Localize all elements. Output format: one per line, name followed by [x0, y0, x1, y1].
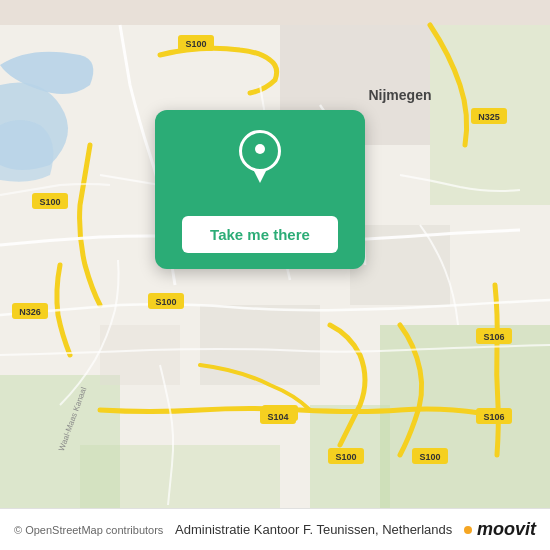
osm-attribution: © OpenStreetMap contributors — [14, 524, 163, 536]
svg-text:S100: S100 — [335, 452, 356, 462]
svg-text:S100: S100 — [185, 39, 206, 49]
popup-card: Take me there — [155, 110, 365, 269]
pin-shape — [239, 130, 281, 172]
take-me-there-button[interactable]: Take me there — [182, 216, 338, 253]
moovit-logo: moovit — [464, 519, 536, 540]
map-background: S100 S100 S100 S100 S100 S100 S104 S106 … — [0, 0, 550, 550]
svg-rect-9 — [100, 325, 180, 385]
svg-text:S106: S106 — [483, 332, 504, 342]
svg-text:S100: S100 — [419, 452, 440, 462]
map-container: S100 S100 S100 S100 S100 S100 S104 S106 … — [0, 0, 550, 550]
svg-text:Nijmegen: Nijmegen — [368, 87, 431, 103]
moovit-dot — [464, 526, 472, 534]
pin-dot — [255, 144, 265, 154]
svg-rect-1 — [380, 325, 550, 525]
bottom-bar: © OpenStreetMap contributors Administrat… — [0, 508, 550, 550]
bottom-bar-left: © OpenStreetMap contributors — [14, 524, 163, 536]
place-name: Administratie Kantoor F. Teunissen, Neth… — [175, 522, 452, 537]
svg-text:N325: N325 — [478, 112, 500, 122]
location-pin-wrapper — [234, 130, 286, 190]
svg-text:N326: N326 — [19, 307, 41, 317]
svg-text:S100: S100 — [39, 197, 60, 207]
svg-text:S104: S104 — [267, 412, 288, 422]
svg-text:S100: S100 — [155, 297, 176, 307]
moovit-text: moovit — [477, 519, 536, 540]
svg-text:S106: S106 — [483, 412, 504, 422]
svg-rect-7 — [200, 305, 320, 385]
